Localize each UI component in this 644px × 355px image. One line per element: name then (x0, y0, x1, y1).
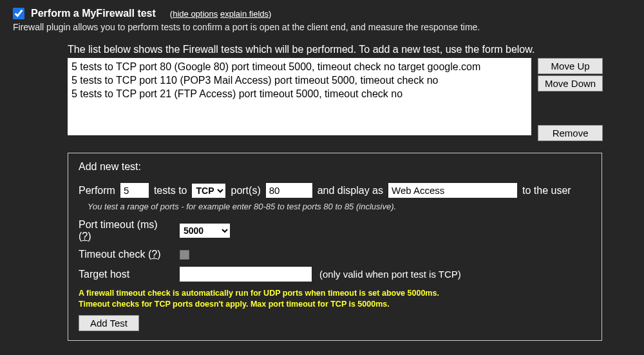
timeout-warning: A firewall timeout check is automaticall… (79, 288, 591, 310)
list-item[interactable]: 5 tests to TCP port 21 (FTP Access) port… (71, 88, 527, 101)
target-host-suffix: (only valid when port test is TCP) (319, 269, 461, 280)
port-range-hint: You test a range of ports - for example … (88, 202, 591, 211)
ports-label: port(s) (231, 185, 260, 197)
perform-label: Perform (79, 185, 115, 197)
move-up-button[interactable]: Move Up (538, 58, 603, 74)
add-new-test-panel: Add new test: Perform tests to TCP port(… (68, 153, 602, 341)
timeout-check-label: Timeout check (?) (79, 249, 172, 260)
target-host-label: Target host (79, 269, 172, 280)
plugin-description: Firewall plugin allows you to perform te… (13, 22, 631, 32)
perform-firewall-test-checkbox[interactable] (13, 8, 24, 19)
port-timeout-label: Port timeout (ms) (?) (79, 219, 172, 242)
page-title: Perform a MyFirewall test (31, 8, 156, 19)
add-new-test-legend: Add new test: (79, 161, 591, 173)
display-name-input[interactable] (388, 183, 517, 198)
to-user-label: to the user (522, 185, 571, 197)
display-as-label: and display as (317, 185, 383, 197)
tests-list-label: The list below shows the Firewall tests … (68, 44, 631, 55)
list-item[interactable]: 5 tests to TCP port 110 (POP3 Mail Acces… (71, 74, 527, 88)
protocol-select[interactable]: TCP (192, 184, 225, 198)
test-count-input[interactable] (120, 183, 149, 198)
timeout-check-help-icon[interactable]: ? (151, 249, 157, 260)
target-host-input[interactable] (180, 267, 312, 282)
move-down-button[interactable]: Move Down (538, 75, 603, 91)
add-test-button[interactable]: Add Test (79, 315, 139, 331)
port-input[interactable] (266, 183, 312, 198)
hide-options-link[interactable]: hide options (173, 9, 218, 19)
port-timeout-select[interactable]: 5000 (180, 224, 230, 238)
timeout-check-checkbox[interactable] (180, 250, 189, 260)
remove-button[interactable]: Remove (538, 125, 603, 141)
options-group: (hide options explain fields) (170, 9, 272, 19)
explain-fields-link[interactable]: explain fields (220, 9, 269, 19)
tests-to-label: tests to (154, 185, 187, 197)
tests-listbox[interactable]: 5 tests to TCP port 80 (Google 80) port … (68, 58, 531, 135)
port-timeout-help-icon[interactable]: ? (82, 231, 88, 242)
list-item[interactable]: 5 tests to TCP port 80 (Google 80) port … (71, 61, 527, 74)
